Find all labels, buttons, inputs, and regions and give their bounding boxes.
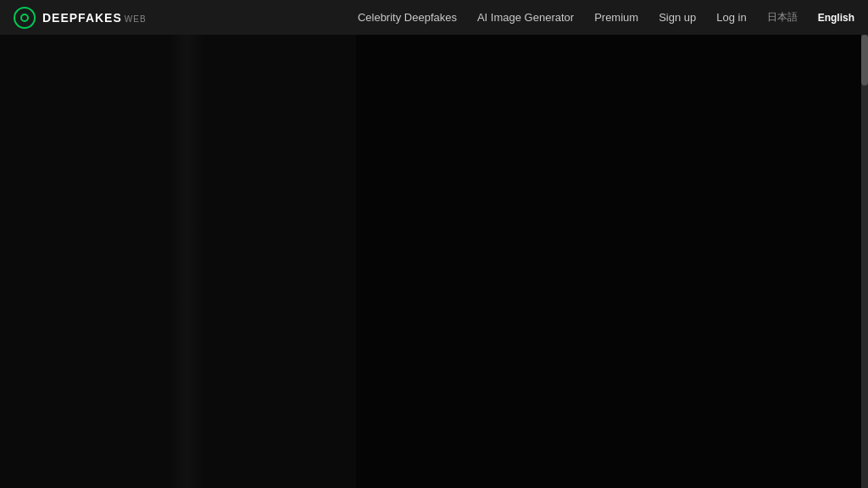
logo-icon (14, 7, 36, 29)
navbar-logo-section: DEEPFAKES WEB (14, 7, 147, 29)
nav-sign-up[interactable]: Sign up (659, 11, 696, 24)
logo-text: DEEPFAKES WEB (42, 11, 147, 25)
lang-english[interactable]: English (818, 12, 854, 24)
nav-ai-image-generator[interactable]: AI Image Generator (477, 11, 574, 24)
brand-name: DEEPFAKES (42, 11, 122, 25)
nav-premium[interactable]: Premium (594, 11, 638, 24)
right-panel (356, 35, 868, 488)
scrollbar-thumb[interactable] (861, 35, 868, 86)
nav-celebrity-deepfakes[interactable]: Celebrity Deepfakes (358, 11, 457, 24)
lang-japanese[interactable]: 日本語 (767, 10, 798, 25)
logo-icon-inner (20, 14, 29, 22)
main-content (0, 35, 868, 488)
brand-sub: WEB (125, 14, 147, 24)
navbar-links: Celebrity Deepfakes AI Image Generator P… (358, 10, 854, 25)
nav-log-in[interactable]: Log in (716, 11, 746, 24)
left-panel (0, 35, 356, 488)
scrollbar-track[interactable] (861, 35, 868, 488)
navbar: DEEPFAKES WEB Celebrity Deepfakes AI Ima… (0, 0, 868, 35)
